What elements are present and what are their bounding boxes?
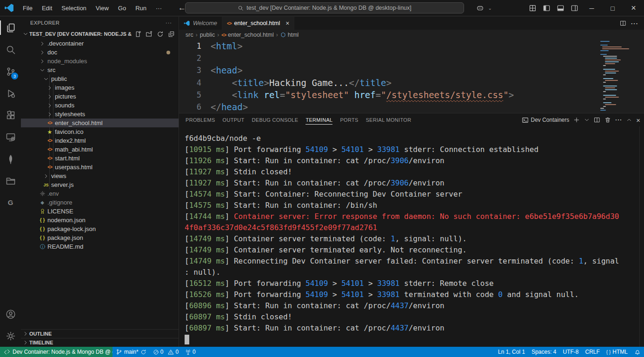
close-window-button[interactable]: × (623, 0, 644, 16)
language-mode[interactable]: { }HTML (603, 347, 631, 357)
activity-item-account[interactable] (0, 303, 21, 325)
explorer-icon (6, 23, 16, 33)
tree-item[interactable]: .env (21, 189, 179, 198)
new-terminal-icon[interactable] (573, 117, 580, 123)
panel-tab-serial-monitor[interactable]: SERIAL MONITOR (366, 113, 412, 126)
tree-item[interactable]: images (21, 83, 179, 92)
outline-section[interactable]: OUTLINE (21, 329, 179, 338)
activity-item-extensions[interactable] (0, 104, 21, 126)
activity-item-remote-explorer[interactable] (0, 126, 21, 148)
tree-item[interactable]: { }nodemon.json (21, 216, 179, 225)
code-line: 1<html> (179, 40, 644, 52)
activity-item-run-debug[interactable] (0, 82, 21, 104)
panel-more-actions-icon[interactable]: ··· (615, 117, 622, 123)
breadcrumb-item[interactable]: <>enter_school.html (221, 32, 273, 38)
tree-item[interactable]: node_modules (21, 57, 179, 66)
tree-item[interactable]: { }package-lock.json (21, 225, 179, 233)
toggle-secondary-sidebar-icon[interactable] (567, 2, 581, 15)
tree-item[interactable]: views (21, 172, 179, 180)
terminal-dropdown-icon[interactable] (584, 117, 590, 123)
activity-item-folder-extension[interactable] (0, 170, 21, 192)
tree-item[interactable]: src (21, 66, 179, 74)
workspace-section-header[interactable]: TEST_DEV [DEV CONTAINER: NODE.JS & MONGO… (21, 29, 179, 39)
terminal-selector[interactable]: Dev Containers (522, 117, 570, 124)
tab-welcome[interactable]: Welcome (179, 17, 222, 30)
diamond-file-icon: ◆ (39, 200, 46, 205)
panel-tab-output[interactable]: OUTPUT (223, 113, 245, 126)
explorer-more-actions-icon[interactable]: ··· (166, 20, 172, 26)
tree-item[interactable]: <>index2.html (21, 136, 179, 145)
panel-tab-terminal[interactable]: TERMINAL (305, 113, 332, 126)
tree-item[interactable]: ★favicon.ico (21, 127, 179, 136)
kill-terminal-icon[interactable] (604, 117, 611, 123)
git-branch-status[interactable]: main* (113, 347, 150, 357)
activity-item-settings[interactable] (0, 325, 21, 347)
menu-overflow[interactable]: ··· (152, 3, 166, 13)
timeline-section[interactable]: TIMELINE (21, 338, 179, 347)
tree-item[interactable]: doc (21, 48, 179, 57)
tree-item[interactable]: <>enter_school.html (21, 119, 179, 127)
terminal-output[interactable]: f6d4b9cba/node -e[10915 ms] Port forward… (179, 126, 644, 347)
menu-file[interactable]: File (19, 3, 37, 13)
code-editor[interactable]: 1<html>23<head>4 <title>Hacking Game...<… (179, 40, 644, 113)
menu-selection[interactable]: Selection (57, 3, 90, 13)
cursor-position[interactable]: Ln 1, Col 1 (495, 347, 528, 357)
menu-go[interactable]: Go (114, 3, 130, 13)
eol-status[interactable]: CRLF (582, 347, 603, 357)
tree-item[interactable]: stylesheets (21, 110, 179, 119)
activity-item-mongodb[interactable] (0, 148, 21, 170)
maximize-button[interactable]: □ (602, 0, 623, 16)
collapse-all-icon[interactable] (166, 29, 176, 39)
gitlens-icon: G (8, 198, 13, 206)
tree-item[interactable]: sounds (21, 101, 179, 110)
tree-item[interactable]: LICENSE (21, 207, 179, 216)
toggle-panel-icon[interactable] (553, 2, 567, 15)
copilot-icon[interactable] (473, 2, 487, 15)
panel-tab-ports[interactable]: PORTS (340, 113, 358, 126)
menu-run[interactable]: Run (131, 3, 151, 13)
tree-item[interactable]: README.md (21, 242, 179, 251)
tree-item[interactable]: <>userpass.html (21, 163, 179, 172)
encoding-status[interactable]: UTF-8 (560, 347, 582, 357)
notifications-bell[interactable] (631, 347, 644, 357)
editor-more-actions-icon[interactable]: ··· (631, 20, 638, 27)
breadcrumb-item[interactable]: public (200, 32, 215, 38)
activity-item-search[interactable] (0, 39, 21, 60)
activity-item-gitlens[interactable]: G (0, 192, 21, 213)
toggle-sidebar-icon[interactable] (539, 2, 553, 15)
terminal-scrollbar[interactable] (639, 126, 644, 347)
menu-edit[interactable]: Edit (38, 3, 56, 13)
tree-item[interactable]: JSserver.js (21, 180, 179, 189)
close-tab-icon[interactable]: × (285, 20, 289, 27)
customize-layout-icon[interactable] (525, 2, 539, 15)
close-panel-icon[interactable]: × (636, 116, 640, 124)
tab-enter-school-html[interactable]: <>enter_school.html× (222, 17, 295, 30)
split-terminal-icon[interactable] (594, 117, 600, 123)
tree-item[interactable]: .devcontainer (21, 39, 179, 48)
tree-item[interactable]: ◆.gitignore (21, 198, 179, 207)
panel-tab-problems[interactable]: PROBLEMS (186, 113, 215, 126)
command-center[interactable]: test_dev [Dev Container: Node.js & Mongo… (185, 2, 464, 13)
ports-status[interactable]: 0 (182, 347, 199, 357)
remote-indicator[interactable]: Dev Container: Node.js & Mongo DB @ desk… (0, 347, 113, 357)
tree-item[interactable]: pictures (21, 92, 179, 101)
split-editor-icon[interactable] (620, 20, 626, 26)
new-file-icon[interactable] (133, 29, 142, 39)
minimap[interactable] (600, 41, 637, 113)
panel-tab-debug-console[interactable]: DEBUG CONSOLE (252, 113, 299, 126)
minimize-button[interactable]: ─ (581, 0, 602, 16)
breadcrumb-item[interactable]: html (280, 32, 299, 38)
maximize-panel-icon[interactable] (626, 117, 632, 123)
problems-status[interactable]: 0 0 (150, 347, 182, 357)
activity-item-source-control[interactable]: 3 (0, 60, 21, 82)
menu-view[interactable]: View (92, 3, 113, 13)
tree-item[interactable]: { }package.json (21, 233, 179, 242)
activity-item-explorer[interactable] (0, 17, 21, 39)
tree-item[interactable]: <>start.html (21, 154, 179, 163)
tree-item[interactable]: public (21, 74, 179, 83)
indentation-status[interactable]: Spaces: 4 (528, 347, 559, 357)
breadcrumb-item[interactable]: src (186, 32, 193, 38)
tree-item[interactable]: <>math_abi.html (21, 145, 179, 154)
new-folder-icon[interactable] (144, 29, 153, 39)
refresh-icon[interactable] (155, 29, 165, 39)
